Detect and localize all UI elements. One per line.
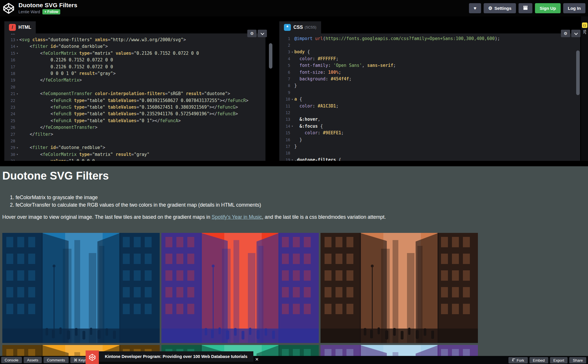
comments-button[interactable]: Comments	[44, 357, 69, 363]
fold-arrow-icon[interactable]: ▾	[290, 158, 294, 161]
fold-arrow-icon[interactable]: ▾	[15, 92, 19, 95]
code-line[interactable]: 23 <feFuncG type="table" tableValues="0.…	[4, 104, 265, 110]
line-number: 28	[4, 139, 15, 143]
chevron-down-icon	[261, 31, 264, 35]
fold-arrow-icon[interactable]: ▾	[15, 45, 19, 48]
settings-button[interactable]: ⚙ Settings	[484, 3, 516, 13]
code-line[interactable]: 20	[4, 84, 265, 90]
fold-arrow-icon[interactable]: ▾	[290, 125, 294, 128]
code-line[interactable]: 14▾ <filter id="duotone_darkblue">	[4, 43, 265, 50]
fold-arrow-icon[interactable]: ▾	[15, 38, 19, 42]
code-line[interactable]: 8}	[279, 82, 580, 89]
line-number: 14	[279, 124, 290, 129]
code-line[interactable]: 18 0 0 0 1 0" result="gray">	[4, 70, 265, 77]
sign-up-button[interactable]: Sign Up	[535, 3, 561, 13]
js-icon[interactable]: ( )	[582, 22, 587, 28]
html-panel-controls: ⚙	[247, 30, 267, 37]
code-line[interactable]: 16 }	[279, 136, 580, 143]
code-line[interactable]: 26 </feComponentTransfer>	[4, 124, 265, 131]
code-line[interactable]: 31 values="1 0 0 0 0	[4, 158, 265, 161]
share-button[interactable]: Share	[569, 357, 586, 363]
code-line[interactable]: 9	[279, 89, 580, 96]
line-number: 22	[4, 98, 15, 103]
html-settings-button[interactable]: ⚙	[247, 30, 257, 37]
code-line[interactable]: 19▾.duotone-filters {	[279, 156, 580, 161]
code-line[interactable]: 19 </feColorMatrix>	[4, 77, 265, 84]
footer-right-buttons: Fork Embed Export Share	[508, 357, 586, 363]
code-line[interactable]: 28	[4, 137, 265, 144]
code-line[interactable]: 18	[279, 150, 580, 156]
embed-button[interactable]: Embed	[529, 357, 548, 363]
line-number: 16	[4, 58, 15, 62]
line-number: 27	[4, 132, 15, 137]
assets-button[interactable]: Assets	[24, 357, 42, 363]
css-settings-button[interactable]: ⚙	[561, 30, 570, 37]
tab-css[interactable]: * CSS (SCSS)	[279, 21, 321, 33]
code-line[interactable]: 22 <feFuncR type="table" tableValues="0.…	[4, 97, 265, 104]
code-line[interactable]: 25 <feFuncA type="table" tableValues="0 …	[4, 117, 265, 124]
duotone-redblue[interactable]	[161, 233, 319, 343]
html-scrollbar-thumb[interactable]	[269, 43, 272, 69]
code-line[interactable]: 4 color: #FFFFFF;	[279, 55, 580, 62]
css-scrollbar-thumb[interactable]	[576, 50, 580, 95]
code-line[interactable]: 15 color: #9EEFE1;	[279, 129, 580, 136]
fold-arrow-icon[interactable]: ▾	[15, 52, 19, 55]
follow-button[interactable]: + Follow	[42, 9, 60, 14]
css-code-area[interactable]: 1@import url(https://fonts.googleapis.co…	[279, 33, 580, 161]
code-line[interactable]: 17}	[279, 143, 580, 150]
pen-author-link[interactable]: Lentie Ward	[18, 10, 40, 14]
fork-button[interactable]: Fork	[508, 357, 528, 363]
like-button[interactable]: ♥	[469, 3, 481, 13]
code-line[interactable]: 6 font-size: 100%;	[279, 69, 580, 76]
ad-banner[interactable]: Kintone Developer Program: Providing ove…	[99, 351, 253, 362]
list-item: feColorMatrix to grayscale the image	[16, 194, 261, 201]
code-line[interactable]: 14▾ &:focus {	[279, 123, 580, 129]
code-line[interactable]: 27 </filter>	[4, 131, 265, 137]
console-button[interactable]: Console	[1, 357, 22, 363]
line-number: 30	[4, 152, 15, 157]
code-line[interactable]: 5 font-family: 'Open Sans', sans-serif;	[279, 62, 580, 69]
fold-arrow-icon[interactable]: ▾	[15, 146, 19, 149]
fold-arrow-icon[interactable]: ▾	[290, 98, 294, 101]
spotify-link[interactable]: Spotify's Year in Music	[212, 214, 262, 220]
code-line[interactable]: 13 &:hover,	[279, 116, 580, 123]
code-line[interactable]: 29▾ <filter id="duotone_redblue">	[4, 144, 265, 151]
line-number: 12	[279, 110, 290, 115]
fold-arrow-icon[interactable]: ▾	[290, 50, 294, 54]
css-collapse-button[interactable]	[571, 30, 581, 37]
code-line[interactable]: 12	[279, 109, 580, 116]
code-line[interactable]: 1@import url(https://fonts.googleapis.co…	[279, 35, 580, 42]
export-button[interactable]: Export	[550, 357, 568, 363]
code-line[interactable]: 16 0.2126 0.7152 0.0722 0 0	[4, 57, 265, 63]
code-line[interactable]: 21▾ <feComponentTransfer color-interpola…	[4, 90, 265, 97]
code-line[interactable]: 3▾body {	[279, 49, 580, 55]
duotone-image-grid	[2, 233, 478, 356]
html-code-area[interactable]: 1213▾<svg class="duotone-filters" xmlns=…	[4, 33, 265, 161]
line-number: 7	[279, 77, 290, 81]
code-line[interactable]: 11 color: #A1C3D1;	[279, 103, 580, 109]
duotone-dark-orange[interactable]	[321, 233, 478, 343]
fold-arrow-icon[interactable]: ▾	[15, 153, 19, 156]
code-line[interactable]: 30▾ <feColorMatrix type="matrix" result=…	[4, 151, 265, 158]
preview-list: feColorMatrix to grayscale the image feC…	[9, 194, 261, 209]
code-line[interactable]: 13▾<svg class="duotone-filters" xmlns="h…	[4, 36, 265, 43]
code-line[interactable]: 10▾a {	[279, 96, 580, 103]
js-collapsed-panel[interactable]: ( ) JS	[581, 16, 588, 161]
close-ad-button[interactable]: ✕	[255, 357, 259, 362]
ad-sponsor-icon[interactable]	[86, 350, 99, 364]
duotone-purple-blue[interactable]	[321, 345, 478, 356]
code-line[interactable]: 17 0.2126 0.7152 0.0722 0 0	[4, 63, 265, 70]
html-collapse-button[interactable]	[258, 30, 267, 37]
change-view-button[interactable]	[519, 3, 532, 13]
tab-html[interactable]: / HTML	[4, 21, 36, 33]
codepen-logo-icon[interactable]	[2, 2, 15, 15]
log-in-button[interactable]: Log In	[563, 3, 585, 13]
code-line[interactable]: 24 <feFuncB type="table" tableValues="0.…	[4, 111, 265, 117]
code-line[interactable]: 15▾ <feColorMatrix type="matrix" values=…	[4, 50, 265, 56]
code-line[interactable]: 2	[279, 42, 580, 48]
code-line[interactable]: 12	[4, 33, 265, 36]
line-number: 15	[4, 51, 15, 56]
code-line[interactable]: 7 background: #454f4f;	[279, 76, 580, 82]
duotone-darkblue[interactable]	[2, 233, 160, 343]
line-number: 1	[279, 36, 290, 41]
